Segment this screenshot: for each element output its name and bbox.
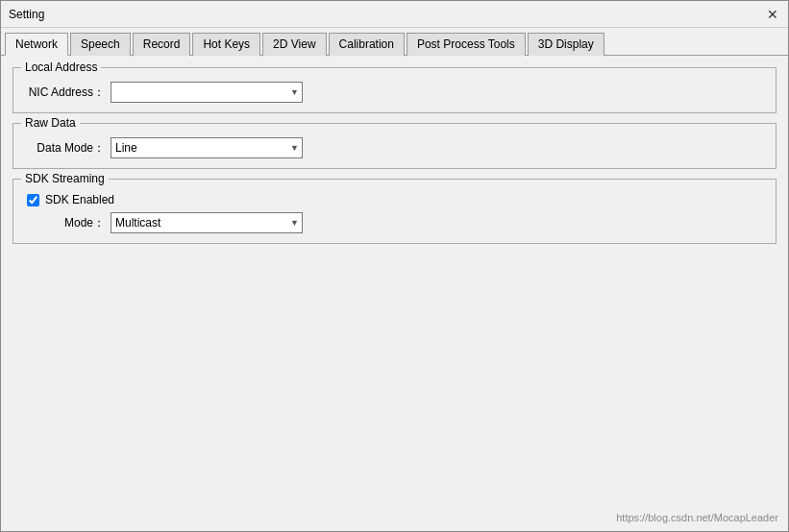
sdk-mode-row: Mode： Multicast Unicast Broadcast (23, 212, 766, 233)
sdk-mode-select[interactable]: Multicast Unicast Broadcast (111, 212, 303, 233)
sdk-streaming-legend: SDK Streaming (21, 172, 109, 185)
watermark: https://blog.csdn.net/MocapLeader (616, 512, 778, 523)
window-title: Setting (9, 8, 44, 21)
tab-calibration[interactable]: Calibration (329, 33, 405, 56)
data-mode-select[interactable]: Line Point Custom (111, 137, 303, 158)
sdk-mode-label: Mode： (23, 215, 105, 231)
nic-address-select[interactable] (111, 82, 303, 103)
nic-address-label: NIC Address： (23, 85, 105, 101)
raw-data-legend: Raw Data (21, 116, 80, 130)
local-address-group: Local Address NIC Address： (12, 67, 777, 113)
sdk-enabled-label: SDK Enabled (45, 193, 114, 206)
content-area: Local Address NIC Address： Raw Data Data… (1, 56, 788, 531)
sdk-streaming-group: SDK Streaming SDK Enabled Mode： Multicas… (12, 179, 777, 244)
sdk-mode-select-wrapper: Multicast Unicast Broadcast (111, 212, 303, 233)
tab-record[interactable]: Record (133, 33, 191, 56)
data-mode-label: Data Mode： (23, 140, 105, 157)
sdk-enabled-row: SDK Enabled (27, 193, 766, 206)
tab-network[interactable]: Network (5, 33, 68, 56)
local-address-legend: Local Address (21, 60, 101, 74)
tab-speech[interactable]: Speech (70, 33, 131, 56)
tab-hotkeys[interactable]: Hot Keys (192, 33, 260, 56)
tab-postprocess[interactable]: Post Process Tools (407, 33, 526, 56)
tab-bar: Network Speech Record Hot Keys 2D View C… (1, 28, 788, 56)
nic-address-row: NIC Address： (23, 82, 766, 103)
close-button[interactable]: ✕ (765, 7, 780, 22)
tab-3ddisplay[interactable]: 3D Display (528, 33, 604, 56)
raw-data-group: Raw Data Data Mode： Line Point Custom (12, 123, 777, 169)
tab-2dview[interactable]: 2D View (262, 33, 326, 56)
title-bar: Setting ✕ (1, 1, 788, 28)
nic-address-select-wrapper (111, 82, 303, 103)
setting-window: Setting ✕ Network Speech Record Hot Keys… (0, 0, 789, 532)
sdk-enabled-checkbox[interactable] (27, 194, 39, 206)
data-mode-row: Data Mode： Line Point Custom (23, 137, 766, 158)
data-mode-select-wrapper: Line Point Custom (111, 137, 303, 158)
